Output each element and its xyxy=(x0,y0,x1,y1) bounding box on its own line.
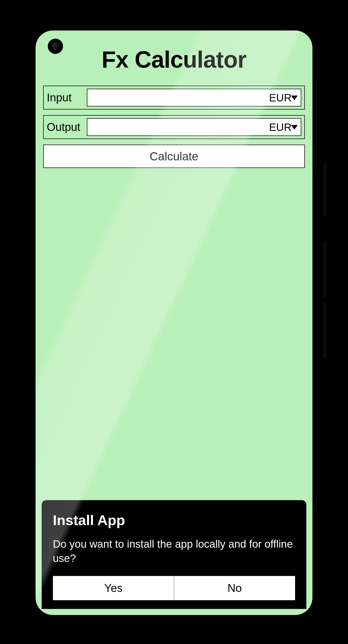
phone-frame: Fx Calculator Input EUR xyxy=(25,20,323,625)
output-currency-wrap: EUR xyxy=(250,118,301,136)
output-amount-field[interactable] xyxy=(87,118,251,136)
install-prompt-message: Do you want to install the app locally a… xyxy=(53,537,295,566)
output-label: Output xyxy=(47,121,82,133)
input-currency-select[interactable]: EUR xyxy=(250,89,301,106)
front-camera-icon xyxy=(48,39,63,54)
app-title: Fx Calculator xyxy=(43,46,305,73)
phone-volume-down-button xyxy=(323,302,327,358)
input-amount-field[interactable] xyxy=(87,89,251,106)
output-currency-select[interactable]: EUR xyxy=(250,118,301,136)
install-prompt-buttons: Yes No xyxy=(53,576,295,600)
input-controls: EUR xyxy=(87,89,301,106)
output-controls: EUR xyxy=(87,118,301,136)
phone-bezel: Fx Calculator Input EUR xyxy=(33,27,315,618)
calculate-button[interactable]: Calculate xyxy=(43,145,305,168)
install-yes-button[interactable]: Yes xyxy=(53,576,174,600)
output-row: Output EUR xyxy=(43,115,305,139)
input-currency-wrap: EUR xyxy=(250,89,301,106)
phone-screen: Fx Calculator Input EUR xyxy=(36,30,312,615)
phone-volume-up-button xyxy=(323,241,327,297)
install-no-button[interactable]: No xyxy=(174,576,295,600)
app-root: Fx Calculator Input EUR xyxy=(36,30,312,615)
input-label: Input xyxy=(47,91,82,104)
install-prompt: Install App Do you want to install the a… xyxy=(42,500,306,609)
input-row: Input EUR xyxy=(43,86,305,110)
content-spacer xyxy=(43,168,305,500)
phone-power-button xyxy=(323,163,327,216)
install-prompt-title: Install App xyxy=(53,512,295,528)
